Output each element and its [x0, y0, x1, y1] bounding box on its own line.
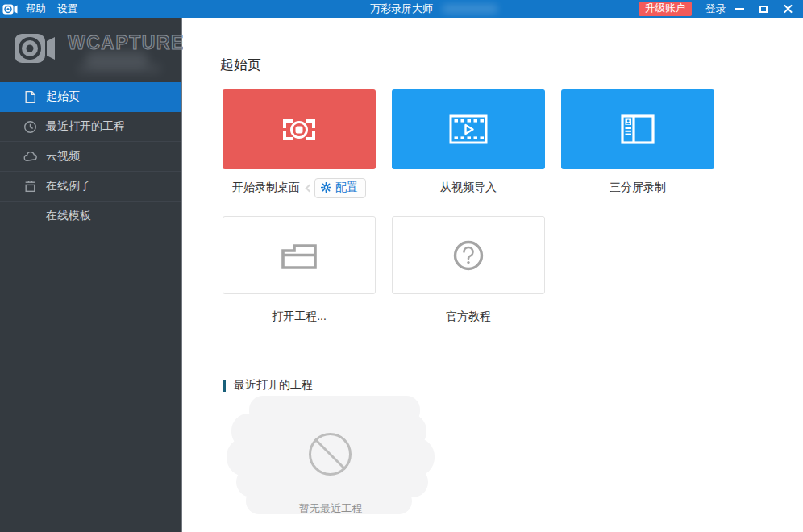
sidebar-item-label: 在线例子	[46, 179, 91, 193]
sidebar-item-label: 起始页	[46, 89, 80, 104]
recent-projects-section-header: 最近打开的工程	[223, 378, 313, 393]
titlebar: 帮助 设置 万彩录屏大师 升级账户 登录	[0, 0, 803, 18]
config-button-label: 配置	[335, 181, 358, 195]
film-play-icon	[449, 114, 488, 144]
sidebar-item-label: 云视频	[46, 149, 80, 164]
section-accent-bar	[223, 380, 226, 392]
logo-area: WCAPTURE	[0, 18, 181, 82]
action-cards-row: 开始录制桌面 配置	[223, 89, 714, 197]
watermark-smudge	[77, 63, 161, 74]
page-title: 起始页	[220, 56, 261, 74]
window-title: 万彩录屏大师	[370, 2, 433, 16]
card-label-start-recording: 开始录制桌面	[232, 181, 300, 195]
main-content: 起始页 开始录制桌面	[183, 18, 803, 532]
minimize-button[interactable]	[729, 1, 750, 17]
app-camera-icon	[2, 3, 18, 15]
empty-state-text: 暂无最近工程	[257, 501, 404, 516]
start-recording-card[interactable]	[223, 89, 376, 169]
prohibition-icon	[309, 433, 352, 476]
import-video-card[interactable]	[392, 89, 545, 169]
empty-recent-projects-area: 暂无最近工程	[227, 396, 438, 514]
record-frame-icon	[273, 110, 325, 149]
menu-help[interactable]: 帮助	[26, 2, 46, 16]
config-button[interactable]: 配置	[314, 178, 366, 198]
maximize-icon	[759, 6, 768, 13]
recent-projects-heading: 最近打开的工程	[234, 378, 313, 393]
sidebar-item-online-examples[interactable]: 在线例子	[0, 172, 181, 202]
clock-icon	[23, 120, 37, 134]
sidebar-item-label: 最近打开的工程	[46, 119, 125, 134]
maximize-button[interactable]	[753, 1, 774, 17]
card-label-official-tutorial: 官方教程	[446, 310, 491, 324]
logo-text: WCAPTURE	[68, 32, 185, 54]
card-label-open-project: 打开工程...	[272, 310, 327, 324]
card-label-import-video: 从视频导入	[440, 181, 497, 195]
page-icon	[23, 90, 37, 104]
watermark-smudge	[442, 4, 498, 14]
official-tutorial-card[interactable]	[392, 216, 545, 294]
sidebar-nav: 起始页 最近打开的工程 云视频 在线例子 在线模板	[0, 82, 181, 231]
question-icon	[452, 239, 485, 272]
sidebar-item-start-page[interactable]: 起始页	[0, 82, 181, 112]
box-icon	[23, 180, 37, 193]
camera-icon	[14, 31, 56, 66]
app-window: 帮助 设置 万彩录屏大师 升级账户 登录 WCAPTURE	[0, 0, 803, 532]
gear-icon	[321, 182, 331, 193]
sidebar-item-label: 在线模板	[46, 209, 91, 223]
sidebar-item-cloud-video[interactable]: 云视频	[0, 142, 181, 172]
login-button[interactable]: 登录	[705, 2, 726, 16]
split-screen-icon	[621, 114, 655, 144]
sidebar-item-recent-projects[interactable]: 最近打开的工程	[0, 112, 181, 142]
folder-icon	[281, 242, 318, 269]
minimize-icon	[735, 8, 744, 10]
cloud-icon	[23, 150, 37, 164]
three-split-record-card[interactable]	[561, 89, 714, 169]
chevron-left-icon	[306, 184, 314, 192]
sidebar-item-online-templates[interactable]: 在线模板	[0, 202, 181, 231]
card-label-three-split: 三分屏录制	[610, 181, 666, 195]
close-button[interactable]	[777, 1, 798, 17]
upgrade-account-button[interactable]: 升级账户	[639, 2, 692, 16]
sidebar: WCAPTURE 起始页 最近打开的工程 云视频	[0, 18, 182, 532]
menu-settings[interactable]: 设置	[57, 2, 77, 16]
secondary-cards-row: 打开工程... 官方教程	[223, 216, 545, 326]
open-project-card[interactable]	[223, 216, 376, 294]
